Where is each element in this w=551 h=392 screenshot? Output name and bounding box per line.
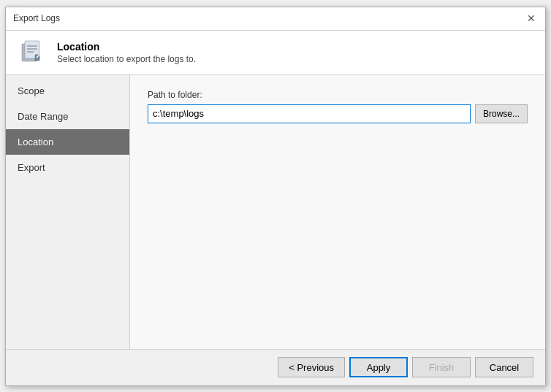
- sidebar: Scope Date Range Location Export: [6, 75, 130, 349]
- finish-button[interactable]: Finish: [412, 357, 471, 377]
- header-text: Location Select location to export the l…: [57, 41, 196, 64]
- sidebar-item-export[interactable]: Export: [6, 155, 129, 180]
- apply-button[interactable]: Apply: [349, 357, 408, 377]
- main-area: Scope Date Range Location Export Path to…: [6, 75, 545, 349]
- sidebar-item-scope[interactable]: Scope: [6, 78, 129, 104]
- path-input[interactable]: [148, 104, 471, 123]
- path-row: Browse...: [148, 104, 528, 123]
- footer: < Previous Apply Finish Cancel: [6, 349, 545, 385]
- header-svg-icon: [19, 39, 45, 66]
- dialog-title: Export Logs: [13, 13, 60, 23]
- path-field-label: Path to folder:: [148, 90, 528, 100]
- header-title: Location: [57, 41, 196, 53]
- sidebar-item-date-range[interactable]: Date Range: [6, 104, 129, 129]
- header-section: Location Select location to export the l…: [6, 31, 545, 75]
- content-area: Path to folder: Browse...: [130, 75, 545, 349]
- previous-button[interactable]: < Previous: [278, 357, 345, 377]
- sidebar-item-location[interactable]: Location: [6, 129, 129, 155]
- browse-button[interactable]: Browse...: [475, 104, 528, 123]
- cancel-button[interactable]: Cancel: [475, 357, 533, 377]
- close-button[interactable]: ✕: [525, 12, 538, 25]
- location-icon: [18, 38, 47, 67]
- title-bar: Export Logs ✕: [6, 7, 545, 31]
- header-subtitle: Select location to export the logs to.: [57, 54, 196, 64]
- export-logs-dialog: Export Logs ✕ Location Select location: [5, 7, 546, 386]
